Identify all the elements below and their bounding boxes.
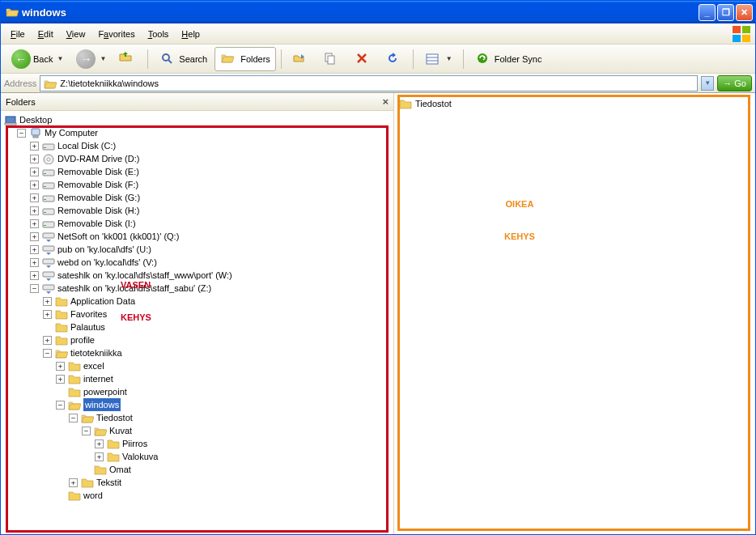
folders-pane-title: Folders — [6, 97, 382, 107]
tree-tekstit[interactable]: +Tekstit — [69, 476, 390, 489]
foldersync-button[interactable]: Folder Sync — [469, 47, 548, 71]
tree-drive-w[interactable]: +sateshlk on 'ky.local\dfs\staff_www\por… — [30, 269, 390, 282]
expand-icon[interactable]: + — [30, 206, 39, 215]
up-folder-icon — [119, 50, 137, 68]
expand-icon[interactable]: + — [95, 452, 104, 461]
folders-icon — [220, 50, 238, 68]
content-pane[interactable]: Tiedostot OIKEAKEHYS — [394, 93, 755, 534]
tree-drive-g[interactable]: +Removable Disk (G:) — [30, 191, 390, 204]
tree-appdata[interactable]: +Application Data — [43, 295, 390, 308]
folders-label: Folders — [240, 54, 270, 64]
search-icon — [159, 50, 176, 68]
tree-favorites[interactable]: +Favorites — [43, 308, 390, 321]
tree-drive-q[interactable]: +NetSoft on 'kk001 (kk001)' (Q:) — [30, 230, 390, 243]
folder-icon — [55, 295, 68, 307]
tree-drive-z[interactable]: −sateshlk on 'ky.local\dfs\staff_sabu' (… — [30, 282, 390, 295]
menu-file[interactable]: File — [4, 27, 32, 41]
tree-internet[interactable]: +internet — [56, 372, 390, 385]
expand-icon[interactable]: + — [30, 271, 39, 280]
expand-icon[interactable]: + — [30, 155, 39, 163]
expand-icon[interactable]: + — [43, 297, 52, 306]
tree-palautus[interactable]: Palautus — [43, 321, 390, 333]
collapse-icon[interactable]: − — [17, 129, 26, 138]
collapse-icon[interactable]: − — [30, 284, 39, 293]
tree-drive-i[interactable]: +Removable Disk (I:) — [30, 217, 390, 230]
expand-icon[interactable]: + — [30, 168, 39, 176]
tree-omat[interactable]: Omat — [82, 463, 390, 476]
tree-drive-h[interactable]: +Removable Disk (H:) — [30, 204, 390, 217]
expand-icon[interactable]: + — [30, 219, 39, 228]
folder-icon — [44, 78, 57, 89]
expand-icon[interactable]: + — [30, 245, 39, 254]
expand-icon[interactable]: + — [30, 232, 39, 241]
undo-button[interactable] — [379, 47, 408, 71]
tree-desktop[interactable]: Desktop — [4, 113, 390, 126]
search-button[interactable]: Search — [153, 47, 213, 71]
menu-view[interactable]: View — [60, 27, 92, 41]
views-button[interactable]: ▼ — [418, 47, 458, 71]
go-label: Go — [734, 79, 746, 88]
drive-icon — [42, 205, 55, 216]
expand-icon[interactable]: + — [43, 336, 52, 345]
titlebar[interactable]: windows _ ❐ ✕ — [1, 1, 755, 23]
tree-excel[interactable]: +excel — [56, 359, 390, 372]
folder-tree[interactable]: Desktop −My Computer +Local Disk (C:) +D… — [1, 111, 393, 534]
folder-item-tiedostot[interactable]: Tiedostot — [397, 96, 752, 111]
folders-button[interactable]: Folders — [214, 47, 276, 71]
expand-icon[interactable]: + — [30, 142, 39, 151]
tree-tiedostot[interactable]: −Tiedostot — [69, 411, 390, 424]
tree-mycomputer[interactable]: −My Computer — [17, 126, 390, 139]
expand-icon[interactable]: + — [56, 375, 65, 384]
tree-drive-f[interactable]: +Removable Disk (F:) — [30, 178, 390, 191]
expand-icon[interactable]: + — [43, 310, 52, 319]
expand-icon[interactable]: + — [30, 258, 39, 267]
back-button[interactable]: ← Back ▼ — [6, 46, 69, 72]
collapse-icon[interactable]: − — [69, 414, 78, 422]
tree-profile[interactable]: +profile — [43, 333, 390, 346]
close-pane-button[interactable]: × — [382, 96, 389, 108]
tree-drive-c[interactable]: +Local Disk (C:) — [30, 139, 390, 152]
tree-kuvat[interactable]: −Kuvat — [82, 424, 390, 437]
drive-icon — [42, 179, 55, 190]
collapse-icon[interactable]: − — [82, 427, 91, 435]
maximize-button[interactable]: ❐ — [717, 4, 734, 21]
separator — [147, 49, 148, 69]
go-button[interactable]: →Go — [717, 75, 752, 91]
tree-powerpoint[interactable]: powerpoint — [56, 385, 390, 398]
drive-icon — [42, 140, 55, 151]
collapse-icon[interactable]: − — [56, 401, 65, 410]
menu-favorites[interactable]: Favorites — [91, 27, 141, 41]
netdrive-icon — [42, 282, 55, 294]
delete-button[interactable] — [348, 47, 377, 71]
collapse-icon[interactable]: − — [43, 349, 52, 358]
folder-open-icon — [81, 412, 94, 423]
tree-drive-u[interactable]: +pub on 'ky.local\dfs' (U:) — [30, 243, 390, 256]
minimize-button[interactable]: _ — [699, 4, 716, 21]
expand-icon[interactable]: + — [30, 193, 39, 202]
forward-button[interactable]: → ▼ — [70, 46, 112, 72]
address-dropdown-button[interactable]: ▼ — [701, 76, 714, 91]
address-input[interactable]: Z:\tietotekniikka\windows — [40, 75, 698, 91]
copyto-button[interactable] — [317, 47, 346, 71]
tree-drive-e[interactable]: +Removable Disk (E:) — [30, 165, 390, 178]
close-button[interactable]: ✕ — [736, 4, 753, 21]
moveto-button[interactable] — [287, 47, 316, 71]
tree-drive-v[interactable]: +webd on 'ky.local\dfs' (V:) — [30, 256, 390, 269]
expand-icon[interactable]: + — [69, 478, 78, 487]
tree-windows[interactable]: −windows — [56, 398, 390, 411]
menu-edit[interactable]: Edit — [32, 27, 60, 41]
tree-drive-d[interactable]: +DVD-RAM Drive (D:) — [30, 152, 390, 165]
expand-icon[interactable]: + — [30, 180, 39, 189]
tree-valokuva[interactable]: +Valokuva — [95, 450, 390, 463]
tree-piirros[interactable]: +Piirros — [95, 437, 390, 450]
menu-tools[interactable]: Tools — [142, 27, 176, 41]
tree-word[interactable]: word — [56, 489, 390, 502]
expand-icon[interactable]: + — [56, 362, 65, 371]
folder-icon — [55, 334, 68, 346]
expand-icon[interactable]: + — [95, 439, 104, 448]
window-title: windows — [22, 6, 697, 19]
folder-icon — [55, 321, 68, 333]
up-button[interactable] — [113, 47, 142, 71]
tree-tietotekniikka[interactable]: −tietotekniikka — [43, 346, 390, 359]
menu-help[interactable]: Help — [175, 27, 206, 41]
